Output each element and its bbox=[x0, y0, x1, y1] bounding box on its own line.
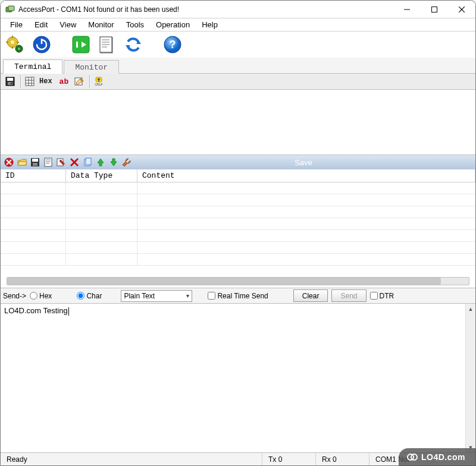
power-button[interactable] bbox=[32, 34, 52, 55]
send-label: Send-> bbox=[3, 292, 26, 300]
realtime-checkbox-input[interactable] bbox=[208, 292, 215, 300]
main-toolbar: ? bbox=[1, 32, 475, 58]
tab-monitor[interactable]: Monitor bbox=[64, 60, 119, 74]
svg-rect-18 bbox=[76, 42, 78, 48]
svg-text:?: ? bbox=[170, 39, 176, 51]
close-button[interactable] bbox=[448, 1, 475, 18]
column-data-type[interactable]: Data Type bbox=[66, 169, 137, 182]
up-arrow-icon[interactable] bbox=[95, 156, 107, 168]
radio-char-input[interactable] bbox=[77, 292, 84, 300]
refresh-button[interactable] bbox=[123, 34, 143, 55]
terminal-toolbar: Hex ab CRLF bbox=[1, 73, 475, 90]
data-table: ID Data Type Content bbox=[1, 169, 475, 288]
svg-point-7 bbox=[11, 40, 14, 44]
radio-char[interactable]: Char bbox=[77, 292, 102, 300]
svg-point-13 bbox=[18, 48, 20, 50]
minimize-button[interactable] bbox=[393, 1, 421, 18]
copy-icon[interactable] bbox=[82, 156, 93, 168]
menu-file[interactable]: File bbox=[4, 19, 29, 30]
send-bar: Send-> Hex Char Plain Text ▾ Real Time S… bbox=[1, 288, 475, 304]
svg-text:CRLF: CRLF bbox=[95, 83, 103, 86]
table-body[interactable] bbox=[1, 182, 475, 275]
data-toolbar: Save bbox=[1, 155, 475, 169]
open-folder-icon[interactable] bbox=[16, 156, 28, 168]
radio-hex-input[interactable] bbox=[30, 292, 37, 300]
crlf-icon[interactable]: CRLF bbox=[92, 74, 106, 89]
separator bbox=[89, 75, 90, 88]
clear-button[interactable]: Clear bbox=[293, 289, 328, 302]
tabstrip: Terminal Monitor bbox=[1, 58, 475, 73]
svg-rect-49 bbox=[45, 158, 52, 166]
horizontal-scrollbar[interactable] bbox=[7, 277, 469, 285]
format-selected: Plain Text bbox=[124, 292, 155, 300]
grid-icon[interactable] bbox=[23, 74, 37, 89]
hex-mode-button[interactable]: Hex bbox=[38, 74, 56, 89]
scrollbar-thumb[interactable] bbox=[7, 278, 441, 285]
svg-rect-32 bbox=[11, 83, 12, 84]
down-arrow-icon[interactable] bbox=[108, 156, 120, 168]
dtr-checkbox-input[interactable] bbox=[370, 292, 378, 300]
tab-terminal[interactable]: Terminal bbox=[3, 59, 62, 74]
menu-view[interactable]: View bbox=[54, 19, 82, 30]
watermark: LO4D.com bbox=[399, 448, 476, 466]
settings-gears-button[interactable] bbox=[5, 34, 26, 55]
wrench-icon[interactable] bbox=[121, 156, 133, 168]
send-input-area[interactable]: LO4D.com Testing ▲ ▼ bbox=[1, 304, 475, 452]
edit-pencil-icon[interactable] bbox=[55, 156, 67, 168]
svg-rect-1 bbox=[8, 6, 14, 11]
status-ready: Ready bbox=[1, 453, 262, 465]
save-icon[interactable] bbox=[3, 74, 17, 89]
go-button[interactable] bbox=[71, 34, 91, 55]
realtime-checkbox[interactable]: Real Time Send bbox=[208, 292, 268, 300]
svg-rect-30 bbox=[7, 78, 13, 81]
column-id[interactable]: ID bbox=[1, 169, 66, 182]
titlebar: AccessPort - COM1 Not found or it has be… bbox=[1, 1, 475, 18]
vertical-scrollbar[interactable]: ▲ ▼ bbox=[465, 304, 475, 452]
window-title: AccessPort - COM1 Not found or it has be… bbox=[18, 5, 179, 14]
menu-edit[interactable]: Edit bbox=[29, 19, 54, 30]
menu-operation[interactable]: Operation bbox=[150, 19, 196, 30]
menubar: File Edit View Monitor Tools Operation H… bbox=[1, 18, 475, 32]
help-button[interactable]: ? bbox=[162, 34, 183, 55]
save-bar-label[interactable]: Save bbox=[134, 158, 473, 167]
app-icon bbox=[5, 5, 15, 14]
ab-mode-button[interactable]: ab bbox=[57, 74, 71, 89]
text-caret bbox=[68, 307, 69, 316]
terminal-output[interactable] bbox=[1, 90, 475, 155]
table-header-row: ID Data Type Content bbox=[1, 169, 475, 182]
menu-tools[interactable]: Tools bbox=[120, 19, 150, 30]
remove-icon[interactable] bbox=[68, 156, 80, 168]
status-tx: Tx 0 bbox=[262, 453, 316, 465]
watermark-icon bbox=[407, 452, 418, 462]
status-rx: Rx 0 bbox=[316, 453, 369, 465]
send-button[interactable]: Send bbox=[331, 289, 366, 302]
document-icon[interactable] bbox=[42, 156, 54, 168]
format-combobox[interactable]: Plain Text ▾ bbox=[121, 290, 192, 302]
svg-rect-3 bbox=[432, 7, 437, 12]
menu-monitor[interactable]: Monitor bbox=[82, 19, 120, 30]
radio-hex[interactable]: Hex bbox=[30, 292, 52, 300]
separator bbox=[20, 75, 21, 88]
svg-rect-47 bbox=[32, 159, 38, 162]
delete-icon[interactable] bbox=[3, 156, 15, 168]
svg-rect-59 bbox=[86, 158, 91, 165]
svg-rect-17 bbox=[73, 36, 89, 53]
chevron-down-icon: ▾ bbox=[186, 292, 189, 299]
svg-rect-48 bbox=[33, 163, 37, 166]
scroll-up-icon[interactable]: ▲ bbox=[466, 304, 475, 314]
maximize-button[interactable] bbox=[421, 1, 448, 18]
edit-icon[interactable] bbox=[72, 74, 86, 89]
column-content[interactable]: Content bbox=[137, 169, 475, 182]
svg-rect-33 bbox=[26, 77, 34, 86]
dtr-checkbox[interactable]: DTR bbox=[370, 292, 394, 300]
save-icon-2[interactable] bbox=[29, 156, 41, 168]
document-button[interactable] bbox=[97, 34, 117, 55]
menu-help[interactable]: Help bbox=[196, 19, 224, 30]
input-text: LO4D.com Testing bbox=[4, 306, 68, 315]
window-root: AccessPort - COM1 Not found or it has be… bbox=[0, 0, 476, 466]
